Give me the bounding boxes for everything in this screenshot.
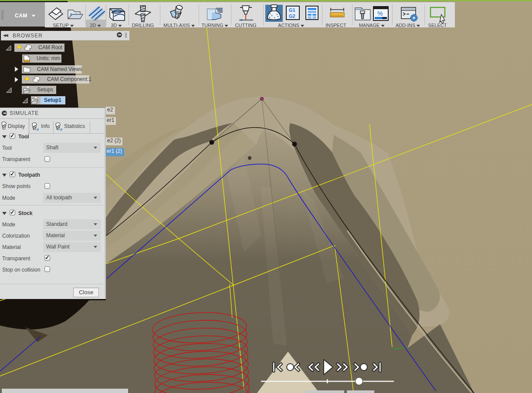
- svg-text:G2: G2: [289, 13, 295, 19]
- svg-text:%: %: [377, 10, 383, 17]
- svg-text:G1: G1: [289, 7, 295, 13]
- svg-text:#: #: [37, 128, 39, 132]
- svg-text:#: #: [60, 128, 62, 132]
